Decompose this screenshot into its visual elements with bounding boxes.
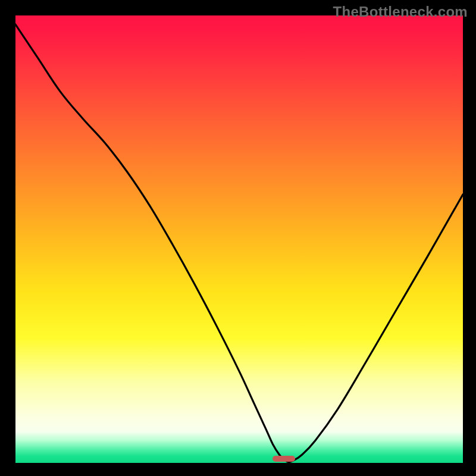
bottleneck-curve [15, 15, 463, 463]
plot-area [15, 15, 463, 463]
optimum-marker [273, 456, 295, 462]
watermark-text: TheBottleneck.com [333, 4, 468, 20]
